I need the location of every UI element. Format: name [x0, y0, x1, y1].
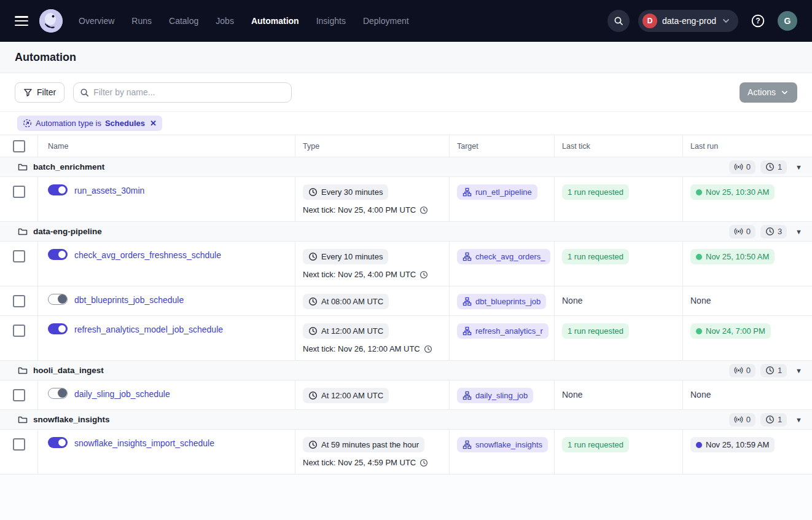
filter-tag-value: Schedules [105, 119, 145, 128]
row-checkbox[interactable] [13, 389, 25, 401]
automations-table: Name Type Target Last tick Last run batc… [0, 135, 812, 475]
job-graph-icon [463, 297, 472, 306]
last-run-none: None [690, 390, 711, 400]
help-button[interactable] [747, 10, 769, 32]
row-checkbox[interactable] [13, 438, 25, 451]
last-run-link[interactable]: Nov 25, 10:30 AM [690, 184, 775, 200]
search-button[interactable] [607, 10, 630, 32]
select-all-checkbox[interactable] [13, 140, 25, 152]
schedule-interval-pill: At 12:00 AM UTC [303, 323, 389, 339]
folder-icon [18, 415, 28, 425]
clock-icon [308, 391, 318, 400]
last-tick-status[interactable]: 1 run requested [562, 323, 629, 339]
last-run-link[interactable]: Nov 24, 7:00 PM [690, 323, 771, 339]
target-link[interactable]: check_avg_orders_ [457, 249, 550, 264]
schedule-toggle[interactable] [48, 323, 68, 334]
schedule-toggle[interactable] [48, 437, 68, 448]
collapse-group-icon[interactable]: ▼ [795, 416, 802, 423]
sensor-count-badge: 0 [729, 160, 755, 174]
page-title: Automation [15, 51, 76, 64]
close-icon[interactable]: ✕ [150, 119, 157, 128]
collapse-group-icon[interactable]: ▼ [795, 163, 802, 171]
collapse-group-icon[interactable]: ▼ [795, 367, 802, 374]
filter-tag-automation-type[interactable]: Automation type is Schedules ✕ [17, 116, 162, 131]
funnel-icon [23, 88, 33, 97]
workspace-badge: D [642, 14, 657, 28]
target-link[interactable]: snowflake_insights [457, 437, 548, 452]
clock-icon [420, 459, 428, 467]
workspace-switcher[interactable]: D data-eng-prod [638, 10, 738, 32]
target-link[interactable]: run_etl_pipeline [457, 184, 537, 200]
run-started-dot [696, 442, 702, 448]
dagster-logo-icon[interactable] [39, 9, 63, 33]
last-tick-status[interactable]: 1 run requested [562, 249, 629, 264]
collapse-group-icon[interactable]: ▼ [795, 228, 802, 235]
schedule-link[interactable]: run_assets_30min [74, 186, 144, 195]
top-nav: Overview Runs Catalog Jobs Automation In… [0, 0, 812, 42]
nav-item-runs[interactable]: Runs [131, 16, 152, 26]
group-name: batch_enrichment [33, 162, 104, 171]
table-row: dbt_blueprints_job_schedule At 08:00 AM … [0, 286, 812, 316]
row-checkbox[interactable] [13, 250, 25, 262]
target-link[interactable]: dbt_blueprints_job [457, 294, 546, 309]
folder-icon [18, 162, 28, 172]
user-avatar[interactable]: G [778, 11, 797, 31]
last-tick-status[interactable]: 1 run requested [562, 184, 629, 200]
schedule-link[interactable]: check_avg_orders_freshness_schdule [74, 250, 221, 260]
clock-icon [765, 162, 775, 171]
nav-item-automation[interactable]: Automation [251, 16, 299, 26]
actions-button-label: Actions [748, 87, 776, 97]
chevron-down-icon [721, 16, 731, 26]
row-checkbox[interactable] [13, 186, 25, 198]
table-row: check_avg_orders_freshness_schdule Every… [0, 242, 812, 286]
sensor-icon [734, 415, 743, 424]
last-tick-none: None [562, 390, 582, 400]
job-graph-icon [463, 440, 472, 449]
row-checkbox[interactable] [13, 295, 25, 307]
target-link[interactable]: refresh_analytics_r [457, 323, 548, 339]
schedule-toggle[interactable] [48, 249, 68, 260]
workspace-name: data-eng-prod [662, 16, 716, 26]
schedule-link[interactable]: daily_sling_job_schedule [74, 389, 170, 399]
clock-icon [308, 187, 318, 197]
nav-item-catalog[interactable]: Catalog [169, 16, 198, 26]
group-row-hooli_data_ingest[interactable]: hooli_data_ingest 0 1 ▼ [0, 361, 812, 380]
schedule-link[interactable]: dbt_blueprints_job_schedule [74, 295, 184, 305]
target-link[interactable]: daily_sling_job [457, 388, 533, 403]
toolbar: Filter Actions [0, 73, 812, 112]
group-row-batch_enrichment[interactable]: batch_enrichment 0 1 ▼ [0, 157, 812, 177]
last-run-link[interactable]: Nov 25, 10:59 AM [690, 437, 775, 452]
schedule-link[interactable]: refresh_analytics_model_job_schedule [74, 325, 223, 334]
group-row-data-eng-pipeline[interactable]: data-eng-pipeline 0 3 ▼ [0, 222, 812, 242]
schedule-interval-pill: Every 10 minutes [303, 249, 388, 264]
schedule-toggle[interactable] [48, 184, 68, 195]
page-header: Automation [0, 42, 812, 73]
nav-item-overview[interactable]: Overview [79, 16, 114, 26]
schedule-interval-pill: At 59 minutes past the hour [303, 437, 424, 452]
schedule-link[interactable]: snowflake_insights_import_schedule [74, 438, 214, 448]
job-graph-icon [463, 391, 472, 400]
schedule-toggle[interactable] [48, 388, 68, 399]
actions-button[interactable]: Actions [740, 82, 797, 103]
chevron-down-icon [780, 88, 789, 97]
nav-item-insights[interactable]: Insights [316, 16, 346, 26]
next-tick-text: Next tick: Nov 25, 4:59 PM UTC [303, 458, 449, 467]
folder-icon [18, 227, 28, 237]
nav-item-deployment[interactable]: Deployment [363, 16, 409, 26]
last-tick-none: None [562, 296, 582, 305]
col-header-last-run: Last run [683, 135, 812, 157]
last-run-link[interactable]: Nov 25, 10:50 AM [690, 249, 775, 264]
schedule-count-badge: 3 [760, 225, 787, 238]
col-header-target: Target [450, 135, 555, 157]
nav-item-jobs[interactable]: Jobs [216, 16, 234, 26]
schedule-toggle[interactable] [48, 294, 68, 305]
search-icon [614, 16, 623, 26]
sensor-icon [734, 227, 743, 236]
row-checkbox[interactable] [13, 325, 25, 337]
sensor-icon [734, 162, 743, 171]
menu-icon[interactable] [15, 16, 28, 26]
last-tick-status[interactable]: 1 run requested [562, 437, 629, 452]
filter-button[interactable]: Filter [15, 82, 64, 103]
name-filter-input[interactable] [93, 87, 285, 97]
group-row-snowflake_insights[interactable]: snowflake_insights 0 1 ▼ [0, 410, 812, 430]
